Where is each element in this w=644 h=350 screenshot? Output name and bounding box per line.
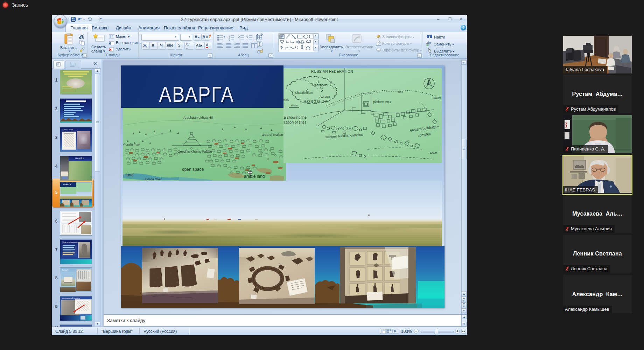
- svg-text:of craftsman: of craftsman: [123, 142, 140, 146]
- svg-text:Arashaan ukhaa Hill: Arashaan ukhaa Hill: [183, 115, 213, 119]
- svg-text:RUSSIAN FEDERATION: RUSSIAN FEDERATION: [311, 70, 353, 74]
- svg-text:Avraga: Avraga: [320, 94, 330, 98]
- svg-text:3: 3: [229, 39, 230, 41]
- svg-text:wall: wall: [397, 90, 403, 94]
- svg-text:500km: 500km: [291, 105, 298, 107]
- svg-text:A: A: [261, 33, 264, 36]
- svg-text:▾: ▾: [224, 35, 225, 38]
- svg-text:Avraga River: Avraga River: [145, 177, 162, 181]
- svg-text:Genghis Khan's Palace: Genghis Khan's Palace: [177, 149, 212, 153]
- svg-text:MONGOLIA: MONGOLIA: [303, 100, 328, 104]
- svg-text:Kharakhorum: Kharakhorum: [295, 91, 313, 94]
- svg-text:ac: ac: [426, 43, 430, 46]
- svg-text:CHINA: CHINA: [284, 98, 289, 102]
- svg-text:1200m: 1200m: [430, 152, 438, 154]
- svg-text:p showing the: p showing the: [284, 115, 307, 119]
- svg-text:1210m: 1210m: [433, 97, 441, 99]
- svg-text:area of craftsman: area of craftsman: [262, 133, 286, 136]
- svg-text:platform no.1: platform no.1: [373, 100, 392, 104]
- svg-text:cation of sites: cation of sites: [284, 120, 306, 124]
- svg-text:1205m: 1205m: [432, 125, 440, 128]
- svg-text:A: A: [280, 36, 282, 38]
- svg-text:A: A: [206, 35, 208, 39]
- svg-text:open space: open space: [182, 167, 204, 172]
- svg-text:e land: e land: [123, 173, 134, 177]
- svg-text:Ulaanbaatar: Ulaanbaatar: [312, 83, 328, 87]
